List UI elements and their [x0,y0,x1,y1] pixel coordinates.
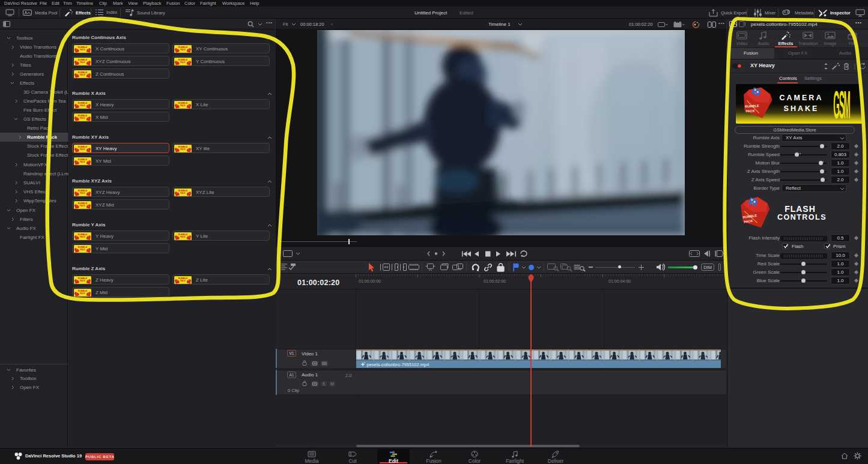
svg-text:01:00:02:00: 01:00:02:00 [484,279,506,283]
svg-text:SHAKE: SHAKE [784,104,819,113]
svg-text:GSM: GSM [833,84,850,124]
svg-text:01:00:00:00: 01:00:00:00 [359,279,381,283]
svg-text:CAMERA: CAMERA [780,94,824,102]
svg-text:M: M [330,382,333,386]
svg-text:01:00:04:00: 01:00:04:00 [609,279,631,283]
svg-text:S: S [323,382,326,386]
svg-text:PACK: PACK [745,109,755,113]
